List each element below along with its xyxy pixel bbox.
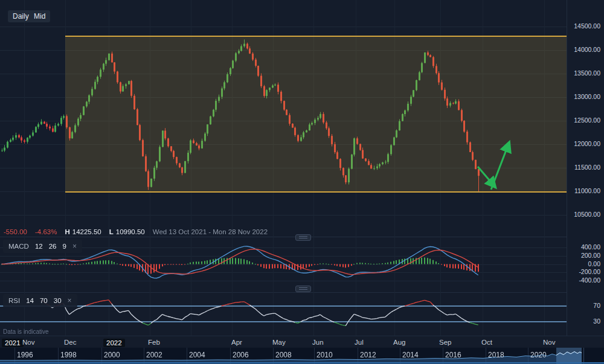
- low-label: L: [109, 228, 114, 235]
- rsi-param-period: 14: [26, 297, 34, 304]
- month-axis[interactable]: 2021NovDec2022FebAprMayJunJulAugSepOctNo…: [0, 336, 604, 348]
- rsi-legend[interactable]: RSI 14 70 30 ×: [3, 294, 77, 307]
- month-label: Jun: [312, 339, 324, 346]
- date-range: Wed 13 Oct 2021 - Mon 28 Nov 2022: [153, 228, 268, 235]
- macd-tick: -200.00: [579, 268, 600, 275]
- trading-app: Daily Mid 14500.0014000.0013500.0013000.…: [0, 0, 604, 364]
- month-label: Apr: [231, 339, 242, 346]
- month-label: 2021: [2, 339, 24, 347]
- month-label: May: [272, 339, 286, 346]
- price-tick: 14000.00: [574, 46, 600, 53]
- price-tick: 13000.00: [574, 93, 600, 100]
- price-tick: 11000.00: [574, 187, 600, 194]
- period-low: L10990.50: [109, 228, 145, 235]
- close-icon[interactable]: ×: [72, 242, 77, 251]
- month-label: Nov: [543, 339, 555, 346]
- low-value: 10990.50: [116, 228, 145, 235]
- change-value: -550.00: [4, 228, 27, 235]
- rsi-level-label: 70: [593, 302, 600, 309]
- month-label: Nov: [22, 339, 34, 346]
- month-label: 2022: [103, 339, 125, 347]
- price-tick: 14500.00: [574, 22, 600, 30]
- rsi-canvas[interactable]: [0, 292, 567, 336]
- month-label: Jul: [355, 339, 364, 346]
- month-label: Sep: [439, 339, 451, 346]
- macd-axis[interactable]: 400.00200.000.00-200.00-400.00: [567, 237, 604, 292]
- info-bar: -550.00 -4.63% H14225.50 L10990.50 Wed 1…: [4, 228, 268, 235]
- main-chart-canvas[interactable]: [0, 0, 567, 237]
- macd-title: MACD: [8, 243, 29, 250]
- macd-legend[interactable]: MACD 12 26 9 ×: [3, 240, 82, 253]
- high-value: 14225.50: [72, 228, 101, 235]
- rsi-param-overbought: 70: [40, 297, 48, 304]
- price-axis[interactable]: 14500.0014000.0013500.0013000.0012500.00…: [567, 0, 604, 237]
- macd-tick: 200.00: [581, 252, 600, 259]
- month-label: Oct: [481, 339, 492, 346]
- period-high: H14225.50: [65, 228, 101, 235]
- close-icon[interactable]: ×: [68, 296, 72, 305]
- price-tick: 11500.00: [574, 164, 600, 171]
- price-tick: 10500.00: [574, 211, 600, 218]
- timeline-canvas timeline-scrubber[interactable]: [0, 348, 604, 364]
- price-tick: 12000.00: [574, 140, 600, 147]
- high-label: H: [65, 228, 69, 235]
- footnote: Data is indicative: [3, 328, 49, 335]
- macd-param-slow: 26: [49, 243, 57, 250]
- macd-tick: 400.00: [581, 243, 600, 251]
- month-label: Aug: [393, 339, 405, 346]
- macd-param-signal: 9: [62, 243, 66, 250]
- price-tick: 12500.00: [574, 117, 600, 124]
- month-label: Feb: [148, 339, 160, 346]
- rsi-level-label: 30: [593, 318, 600, 325]
- macd-param-fast: 12: [35, 243, 43, 250]
- rsi-axis[interactable]: 7030: [567, 292, 604, 336]
- price-type-button[interactable]: Mid: [29, 10, 50, 22]
- macd-resize-handle drag-handle-icon[interactable]: [295, 234, 311, 241]
- rsi-resize-handle drag-handle-icon[interactable]: [295, 286, 311, 292]
- rsi-title: RSI: [8, 297, 20, 304]
- macd-tick: -400.00: [579, 276, 600, 284]
- month-label: Dec: [64, 339, 76, 346]
- price-tick: 13500.00: [574, 69, 600, 77]
- macd-canvas[interactable]: [0, 237, 567, 292]
- rsi-param-oversold: 30: [54, 297, 62, 304]
- macd-tick: 0.00: [588, 260, 600, 267]
- change-percent: -4.63%: [35, 228, 57, 235]
